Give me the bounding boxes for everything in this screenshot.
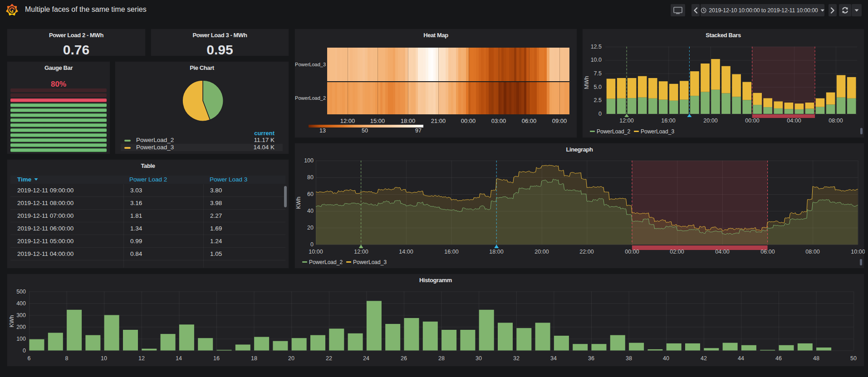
svg-text:12:00: 12:00 [354,249,368,255]
svg-text:09:00: 09:00 [552,118,567,124]
svg-text:50: 50 [850,355,857,362]
svg-text:10:00: 10:00 [309,249,323,255]
svg-text:18:00: 18:00 [489,249,503,255]
svg-text:06:00: 06:00 [760,249,775,255]
svg-text:0: 0 [310,241,314,248]
svg-text:10:00: 10:00 [851,249,865,255]
svg-text:PowerLoad_2: PowerLoad_2 [309,259,343,265]
svg-text:PowerLoad_2: PowerLoad_2 [295,95,326,101]
svg-text:20: 20 [307,225,314,231]
svg-text:18: 18 [251,355,257,362]
svg-text:10.0: 10.0 [591,57,602,63]
svg-text:16:00: 16:00 [444,249,458,255]
svg-text:7.5: 7.5 [594,70,602,77]
svg-text:10: 10 [101,355,107,362]
svg-text:32: 32 [513,355,520,362]
svg-text:22:00: 22:00 [579,249,593,255]
svg-text:18:00: 18:00 [401,118,416,124]
svg-text:08:00: 08:00 [805,249,819,255]
svg-text:14:00: 14:00 [399,249,413,255]
svg-text:500: 500 [16,289,26,295]
svg-text:20:00: 20:00 [703,118,717,124]
svg-text:PowerLoad_2: PowerLoad_2 [597,128,630,135]
svg-text:42: 42 [701,355,707,362]
svg-text:400: 400 [16,300,26,307]
svg-text:12:00: 12:00 [619,118,633,124]
svg-text:00:00: 00:00 [625,249,639,255]
svg-text:03:00: 03:00 [491,118,506,124]
svg-text:13: 13 [319,127,326,134]
svg-text:40: 40 [663,355,669,362]
svg-text:200: 200 [16,324,26,330]
svg-text:46: 46 [775,355,782,362]
svg-text:6: 6 [28,355,31,362]
svg-text:PowerLoad_3: PowerLoad_3 [295,62,326,67]
svg-text:16:00: 16:00 [661,118,675,124]
svg-text:MWh: MWh [584,76,590,89]
svg-text:24: 24 [363,355,369,362]
svg-text:44: 44 [738,355,744,362]
svg-text:50: 50 [362,127,368,134]
svg-text:48: 48 [813,355,819,362]
svg-text:08:00: 08:00 [829,118,843,124]
svg-text:36: 36 [588,355,594,362]
svg-text:60: 60 [307,191,314,197]
svg-text:100: 100 [304,157,314,164]
svg-text:22: 22 [326,355,332,362]
svg-text:0: 0 [23,348,26,354]
svg-text:00:00: 00:00 [745,118,759,124]
svg-text:04:00: 04:00 [787,118,801,124]
svg-text:21:00: 21:00 [431,118,446,124]
svg-text:40: 40 [307,208,314,214]
svg-text:04:00: 04:00 [715,249,729,255]
svg-text:KWh: KWh [295,196,302,209]
svg-text:PowerLoad_3: PowerLoad_3 [641,128,674,135]
svg-text:14: 14 [176,355,182,362]
svg-text:80: 80 [307,174,314,181]
svg-text:02:00: 02:00 [670,249,684,255]
svg-text:12: 12 [138,355,145,362]
svg-text:KWh: KWh [9,315,15,327]
svg-text:20: 20 [288,355,294,362]
svg-text:20:00: 20:00 [535,249,549,255]
svg-text:16: 16 [213,355,220,362]
svg-text:26: 26 [401,355,407,362]
svg-text:5.0: 5.0 [594,84,602,90]
svg-text:2.5: 2.5 [594,97,602,103]
svg-text:12:00: 12:00 [340,118,355,124]
svg-text:300: 300 [16,312,26,318]
svg-text:15:00: 15:00 [370,118,385,124]
svg-text:100: 100 [16,336,26,342]
svg-text:00:00: 00:00 [461,118,476,124]
svg-text:12.5: 12.5 [591,44,602,50]
svg-text:PowerLoad_3: PowerLoad_3 [353,259,387,265]
svg-text:0: 0 [598,111,602,117]
svg-text:38: 38 [626,355,632,362]
svg-text:30: 30 [476,355,482,362]
svg-text:97: 97 [415,127,422,134]
svg-text:06:00: 06:00 [522,118,537,124]
svg-text:8: 8 [65,355,69,362]
svg-text:28: 28 [438,355,445,362]
svg-text:34: 34 [550,355,557,362]
